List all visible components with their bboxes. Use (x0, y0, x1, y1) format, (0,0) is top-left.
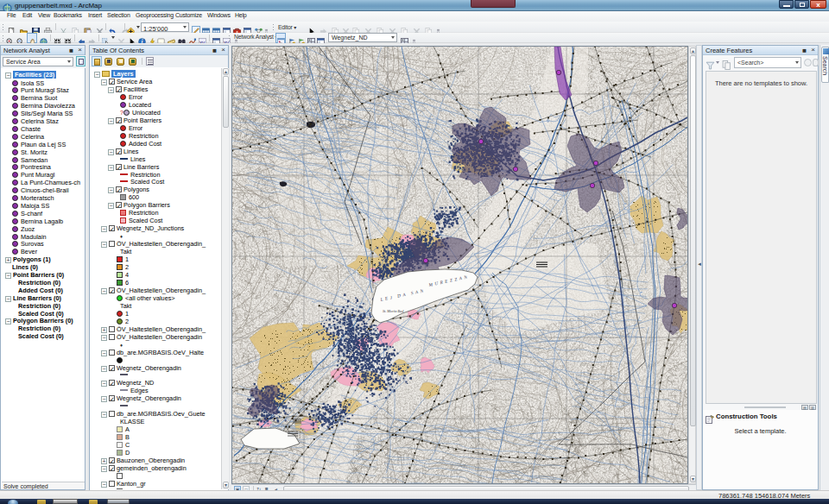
svg-text:St. Moritz Bad: St. Moritz Bad (383, 309, 404, 313)
